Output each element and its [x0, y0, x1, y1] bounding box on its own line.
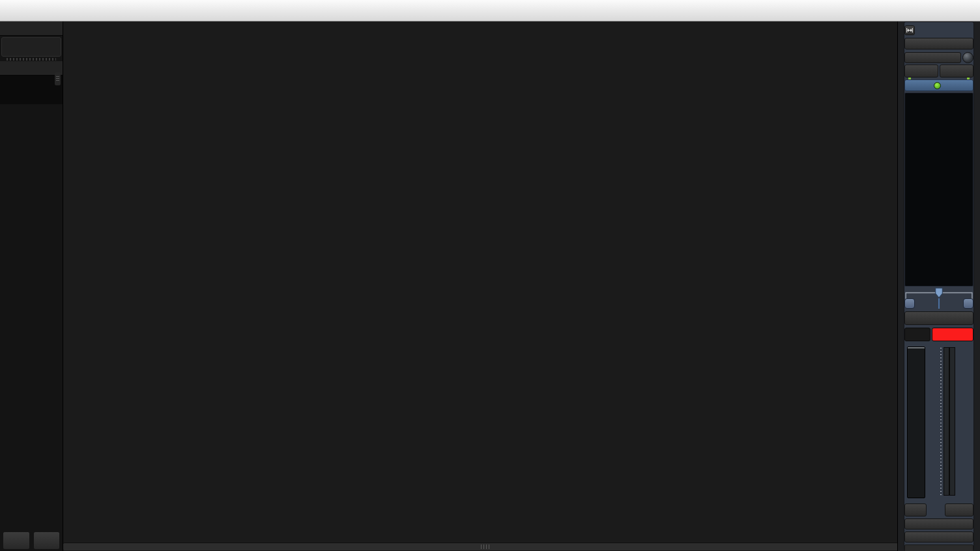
sidebar-divider: [7, 58, 56, 61]
meter-ticks: [940, 348, 942, 495]
scrollbar-grip[interactable]: [481, 544, 491, 549]
strip-width-icon[interactable]: [904, 25, 915, 35]
mixer-strips-area: [63, 21, 898, 551]
fader-processor-button[interactable]: [904, 79, 973, 91]
remove-group-button[interactable]: [33, 531, 61, 550]
peak-display[interactable]: [932, 328, 973, 341]
horizontal-scrollbar[interactable]: [63, 543, 898, 550]
groups-list-header: [0, 61, 63, 76]
master-panel: [897, 21, 980, 551]
sidebar: [0, 21, 63, 551]
meter-scale: [955, 347, 973, 496]
fader-led: [934, 82, 941, 89]
meter-right: [949, 347, 955, 496]
strips-list-header: [0, 21, 63, 36]
pan-l-button[interactable]: [904, 298, 915, 309]
processor-box[interactable]: [904, 92, 973, 287]
add-group-button[interactable]: [3, 531, 30, 550]
trim-knob[interactable]: [962, 52, 973, 63]
master-fader[interactable]: [907, 346, 925, 498]
strip-name-button[interactable]: [904, 38, 973, 49]
phase2-button[interactable]: [940, 64, 973, 78]
output-channels-button[interactable]: [904, 518, 973, 530]
pan-widget[interactable]: [904, 287, 973, 309]
group-footer: [0, 531, 63, 550]
input-button[interactable]: [904, 52, 961, 63]
mute-button[interactable]: [904, 311, 973, 325]
comments-button[interactable]: [904, 531, 973, 543]
gain-display[interactable]: [904, 328, 930, 341]
output-button[interactable]: [904, 544, 973, 551]
pan-r-button[interactable]: [963, 298, 973, 309]
groups-list: [0, 76, 63, 104]
sidebar-scrollbar-grip[interactable]: [55, 72, 61, 85]
phase1-button[interactable]: [904, 64, 938, 78]
add-strip-button[interactable]: [1, 37, 61, 57]
meter-position-button[interactable]: [945, 503, 973, 516]
metering-point-button[interactable]: [904, 503, 927, 516]
master-meter-area: [904, 345, 973, 502]
titlebar[interactable]: [0, 0, 980, 21]
mixer-window: [0, 0, 980, 551]
meter-left: [944, 347, 949, 496]
